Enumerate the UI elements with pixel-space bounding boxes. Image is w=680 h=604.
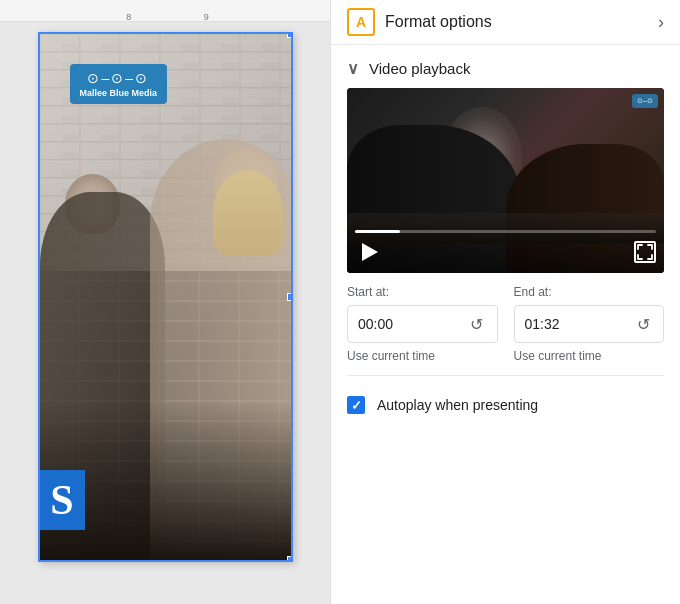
handle-bottom-right[interactable] [287, 556, 293, 562]
end-time-value: 01:32 [525, 316, 628, 332]
s-letter: S [40, 470, 85, 530]
ruler-mark-9: 9 [204, 12, 209, 22]
checkmark-icon: ✓ [351, 399, 362, 412]
video-controls [347, 224, 664, 273]
section-title: Video playback [369, 60, 470, 77]
handle-top-right[interactable] [287, 32, 293, 38]
start-reset-button[interactable]: ↺ [467, 314, 487, 334]
end-use-current-time[interactable]: Use current time [514, 349, 665, 363]
format-icon: A [347, 8, 375, 36]
start-time-group: Start at: 00:00 ↺ [347, 285, 498, 343]
logo-text: Mallee Blue Media [80, 88, 158, 98]
hair-shape [213, 170, 283, 255]
video-buttons [355, 239, 656, 265]
slide-container[interactable]: ⊙–⊙–⊙ Mallee Blue Media S [38, 32, 293, 562]
ruler: 8 9 [0, 0, 330, 22]
end-time-input[interactable]: 01:32 ↺ [514, 305, 665, 343]
format-title: Format options [385, 13, 492, 31]
time-hint-row: Use current time Use current time [347, 349, 664, 363]
start-label: Start at: [347, 285, 498, 299]
end-time-group: End at: 01:32 ↺ [514, 285, 665, 343]
video-progress-bar[interactable] [355, 230, 656, 233]
format-icon-label: A [356, 14, 366, 30]
play-icon [362, 243, 378, 261]
start-use-current-time[interactable]: Use current time [347, 349, 498, 363]
time-inputs: Start at: 00:00 ↺ End at: 01:32 ↺ [347, 285, 664, 343]
autoplay-checkbox[interactable]: ✓ [347, 396, 365, 414]
logo-badge: ⊙–⊙–⊙ Mallee Blue Media [70, 64, 168, 104]
end-reset-button[interactable]: ↺ [633, 314, 653, 334]
format-header: A Format options › [331, 0, 680, 45]
video-playback-section-header[interactable]: ∨ Video playback [331, 45, 680, 88]
end-label: End at: [514, 285, 665, 299]
fullscreen-button[interactable] [634, 241, 656, 263]
slide-image: ⊙–⊙–⊙ Mallee Blue Media S [40, 34, 291, 560]
format-panel: A Format options › ∨ Video playback ⊙–⊙ [330, 0, 680, 604]
document-content: ⊙–⊙–⊙ Mallee Blue Media S [0, 22, 330, 604]
handle-middle-right[interactable] [287, 293, 293, 301]
format-header-left: A Format options [347, 8, 492, 36]
ruler-marks: 8 9 [4, 0, 326, 21]
divider [347, 375, 664, 376]
logo-icons: ⊙–⊙–⊙ [87, 70, 149, 86]
start-time-value: 00:00 [358, 316, 461, 332]
video-logo: ⊙–⊙ [632, 94, 658, 108]
chevron-right-icon[interactable]: › [658, 12, 664, 33]
autoplay-row[interactable]: ✓ Autoplay when presenting [331, 388, 680, 422]
start-time-input[interactable]: 00:00 ↺ [347, 305, 498, 343]
play-button[interactable] [355, 239, 381, 265]
video-progress-fill [355, 230, 400, 233]
chevron-down-icon[interactable]: ∨ [347, 59, 359, 78]
autoplay-label: Autoplay when presenting [377, 397, 538, 413]
document-panel: 8 9 [0, 0, 330, 604]
fullscreen-icon [636, 243, 654, 261]
ruler-mark-8: 8 [126, 12, 131, 22]
video-player[interactable]: ⊙–⊙ [347, 88, 664, 273]
